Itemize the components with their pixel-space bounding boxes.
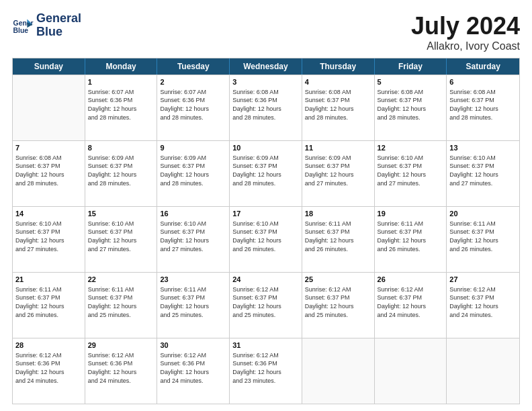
day-cell-22: 22Sunrise: 6:11 AM Sunset: 6:37 PM Dayli… bbox=[85, 273, 158, 338]
calendar-row-0: 1Sunrise: 6:07 AM Sunset: 6:36 PM Daylig… bbox=[13, 75, 519, 140]
day-number: 25 bbox=[305, 275, 371, 285]
day-number: 23 bbox=[160, 275, 226, 285]
day-info: Sunrise: 6:11 AM Sunset: 6:37 PM Dayligh… bbox=[160, 285, 226, 319]
day-info: Sunrise: 6:12 AM Sunset: 6:36 PM Dayligh… bbox=[232, 351, 299, 385]
day-info: Sunrise: 6:08 AM Sunset: 6:36 PM Dayligh… bbox=[232, 88, 299, 122]
day-cell-11: 11Sunrise: 6:09 AM Sunset: 6:37 PM Dayli… bbox=[302, 141, 375, 206]
day-cell-12: 12Sunrise: 6:10 AM Sunset: 6:37 PM Dayli… bbox=[375, 141, 447, 206]
logo-text-blue: Blue bbox=[36, 26, 81, 39]
day-number: 4 bbox=[305, 77, 371, 87]
day-info: Sunrise: 6:10 AM Sunset: 6:37 PM Dayligh… bbox=[88, 220, 154, 253]
header-day-thursday: Thursday bbox=[302, 58, 375, 75]
day-number: 12 bbox=[378, 143, 444, 153]
day-info: Sunrise: 6:09 AM Sunset: 6:37 PM Dayligh… bbox=[305, 154, 371, 187]
day-number: 16 bbox=[160, 209, 226, 219]
day-number: 30 bbox=[160, 340, 226, 351]
day-info: Sunrise: 6:09 AM Sunset: 6:37 PM Dayligh… bbox=[160, 154, 226, 187]
day-info: Sunrise: 6:12 AM Sunset: 6:37 PM Dayligh… bbox=[305, 285, 371, 319]
day-info: Sunrise: 6:07 AM Sunset: 6:36 PM Dayligh… bbox=[88, 88, 154, 122]
day-cell-13: 13Sunrise: 6:10 AM Sunset: 6:37 PM Dayli… bbox=[447, 141, 519, 206]
day-number: 7 bbox=[15, 143, 82, 153]
day-number: 27 bbox=[449, 275, 517, 285]
day-info: Sunrise: 6:08 AM Sunset: 6:37 PM Dayligh… bbox=[449, 88, 517, 122]
day-number: 3 bbox=[232, 77, 299, 87]
empty-cell bbox=[302, 338, 375, 404]
day-info: Sunrise: 6:11 AM Sunset: 6:37 PM Dayligh… bbox=[88, 285, 154, 319]
day-cell-16: 16Sunrise: 6:10 AM Sunset: 6:37 PM Dayli… bbox=[157, 207, 230, 272]
day-number: 31 bbox=[232, 340, 299, 351]
day-info: Sunrise: 6:12 AM Sunset: 6:37 PM Dayligh… bbox=[378, 285, 444, 319]
day-cell-17: 17Sunrise: 6:10 AM Sunset: 6:37 PM Dayli… bbox=[230, 207, 302, 272]
day-cell-6: 6Sunrise: 6:08 AM Sunset: 6:37 PM Daylig… bbox=[447, 75, 519, 140]
day-cell-2: 2Sunrise: 6:07 AM Sunset: 6:36 PM Daylig… bbox=[157, 75, 230, 140]
day-info: Sunrise: 6:12 AM Sunset: 6:36 PM Dayligh… bbox=[15, 351, 82, 385]
header-day-monday: Monday bbox=[85, 58, 158, 75]
day-cell-1: 1Sunrise: 6:07 AM Sunset: 6:36 PM Daylig… bbox=[85, 75, 158, 140]
day-info: Sunrise: 6:08 AM Sunset: 6:37 PM Dayligh… bbox=[305, 88, 371, 122]
day-cell-15: 15Sunrise: 6:10 AM Sunset: 6:37 PM Dayli… bbox=[85, 207, 158, 272]
day-cell-28: 28Sunrise: 6:12 AM Sunset: 6:36 PM Dayli… bbox=[13, 338, 85, 404]
calendar-row-1: 7Sunrise: 6:08 AM Sunset: 6:37 PM Daylig… bbox=[13, 140, 519, 206]
empty-cell bbox=[13, 75, 85, 140]
day-number: 13 bbox=[449, 143, 517, 153]
day-number: 2 bbox=[160, 77, 226, 87]
day-cell-4: 4Sunrise: 6:08 AM Sunset: 6:37 PM Daylig… bbox=[302, 75, 375, 140]
day-info: Sunrise: 6:12 AM Sunset: 6:36 PM Dayligh… bbox=[160, 351, 226, 385]
day-number: 9 bbox=[160, 143, 226, 153]
day-info: Sunrise: 6:12 AM Sunset: 6:37 PM Dayligh… bbox=[232, 285, 299, 319]
day-number: 6 bbox=[449, 77, 517, 87]
calendar-body: 1Sunrise: 6:07 AM Sunset: 6:36 PM Daylig… bbox=[13, 75, 519, 404]
day-number: 19 bbox=[378, 209, 444, 219]
logo: General Blue General Blue bbox=[12, 12, 81, 39]
day-cell-3: 3Sunrise: 6:08 AM Sunset: 6:36 PM Daylig… bbox=[230, 75, 302, 140]
day-number: 17 bbox=[232, 209, 299, 219]
header-day-friday: Friday bbox=[375, 58, 447, 75]
day-number: 15 bbox=[88, 209, 154, 219]
empty-cell bbox=[447, 338, 519, 404]
day-cell-9: 9Sunrise: 6:09 AM Sunset: 6:37 PM Daylig… bbox=[157, 141, 230, 206]
main-title: July 2024 bbox=[411, 12, 520, 40]
header-day-sunday: Sunday bbox=[13, 58, 85, 75]
day-info: Sunrise: 6:09 AM Sunset: 6:37 PM Dayligh… bbox=[232, 154, 299, 187]
header-day-tuesday: Tuesday bbox=[157, 58, 230, 75]
day-number: 8 bbox=[88, 143, 154, 153]
day-info: Sunrise: 6:10 AM Sunset: 6:37 PM Dayligh… bbox=[378, 154, 444, 187]
title-block: July 2024 Allakro, Ivory Coast bbox=[411, 12, 520, 52]
day-number: 20 bbox=[449, 209, 517, 219]
day-number: 21 bbox=[15, 275, 82, 285]
day-cell-20: 20Sunrise: 6:11 AM Sunset: 6:37 PM Dayli… bbox=[447, 207, 519, 272]
day-number: 29 bbox=[88, 340, 154, 351]
day-info: Sunrise: 6:12 AM Sunset: 6:37 PM Dayligh… bbox=[449, 285, 517, 319]
day-info: Sunrise: 6:10 AM Sunset: 6:37 PM Dayligh… bbox=[15, 220, 82, 253]
day-number: 24 bbox=[232, 275, 299, 285]
day-cell-29: 29Sunrise: 6:12 AM Sunset: 6:36 PM Dayli… bbox=[85, 338, 158, 404]
calendar-header: SundayMondayTuesdayWednesdayThursdayFrid… bbox=[13, 58, 519, 75]
day-cell-23: 23Sunrise: 6:11 AM Sunset: 6:37 PM Dayli… bbox=[157, 273, 230, 338]
day-info: Sunrise: 6:11 AM Sunset: 6:37 PM Dayligh… bbox=[449, 220, 517, 253]
day-cell-27: 27Sunrise: 6:12 AM Sunset: 6:37 PM Dayli… bbox=[447, 273, 519, 338]
day-cell-25: 25Sunrise: 6:12 AM Sunset: 6:37 PM Dayli… bbox=[302, 273, 375, 338]
day-info: Sunrise: 6:08 AM Sunset: 6:37 PM Dayligh… bbox=[378, 88, 444, 122]
day-cell-21: 21Sunrise: 6:11 AM Sunset: 6:37 PM Dayli… bbox=[13, 273, 85, 338]
calendar: SundayMondayTuesdayWednesdayThursdayFrid… bbox=[12, 58, 520, 404]
day-number: 10 bbox=[232, 143, 299, 153]
day-cell-5: 5Sunrise: 6:08 AM Sunset: 6:37 PM Daylig… bbox=[375, 75, 447, 140]
day-cell-31: 31Sunrise: 6:12 AM Sunset: 6:36 PM Dayli… bbox=[230, 338, 302, 404]
day-number: 1 bbox=[88, 77, 154, 87]
day-number: 11 bbox=[305, 143, 371, 153]
day-info: Sunrise: 6:10 AM Sunset: 6:37 PM Dayligh… bbox=[232, 220, 299, 253]
logo-icon: General Blue bbox=[12, 15, 34, 36]
day-info: Sunrise: 6:09 AM Sunset: 6:37 PM Dayligh… bbox=[88, 154, 154, 187]
day-cell-26: 26Sunrise: 6:12 AM Sunset: 6:37 PM Dayli… bbox=[375, 273, 447, 338]
day-cell-7: 7Sunrise: 6:08 AM Sunset: 6:37 PM Daylig… bbox=[13, 141, 85, 206]
day-cell-14: 14Sunrise: 6:10 AM Sunset: 6:37 PM Dayli… bbox=[13, 207, 85, 272]
svg-text:Blue: Blue bbox=[13, 27, 29, 34]
day-number: 14 bbox=[15, 209, 82, 219]
day-info: Sunrise: 6:10 AM Sunset: 6:37 PM Dayligh… bbox=[160, 220, 226, 253]
subtitle: Allakro, Ivory Coast bbox=[411, 40, 520, 52]
day-number: 5 bbox=[378, 77, 444, 87]
day-info: Sunrise: 6:12 AM Sunset: 6:36 PM Dayligh… bbox=[88, 351, 154, 385]
day-info: Sunrise: 6:08 AM Sunset: 6:37 PM Dayligh… bbox=[15, 154, 82, 187]
day-cell-30: 30Sunrise: 6:12 AM Sunset: 6:36 PM Dayli… bbox=[157, 338, 230, 404]
day-cell-18: 18Sunrise: 6:11 AM Sunset: 6:37 PM Dayli… bbox=[302, 207, 375, 272]
